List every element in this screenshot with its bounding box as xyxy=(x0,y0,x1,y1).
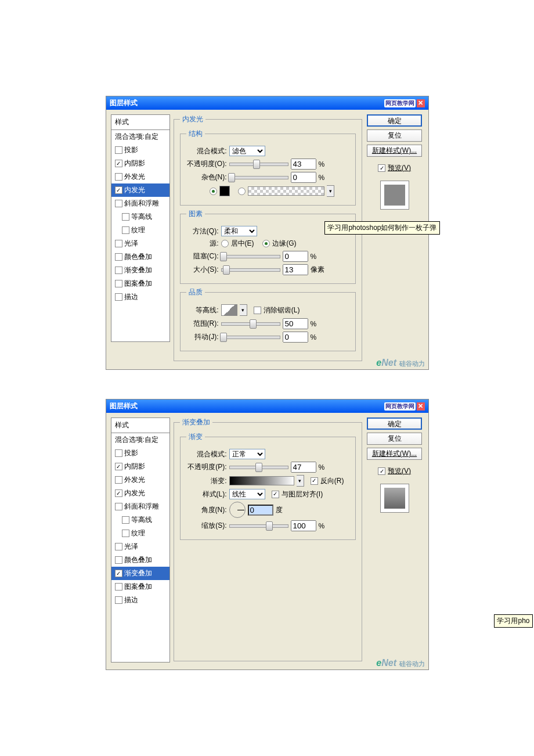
contour-picker[interactable] xyxy=(221,304,237,316)
sidebar-item[interactable]: 渐变叠加 xyxy=(111,264,169,277)
sidebar-header[interactable]: 样式 xyxy=(111,115,169,130)
style-checkbox[interactable] xyxy=(122,516,129,524)
sidebar-item[interactable]: 内发光 xyxy=(111,487,169,500)
blending-options[interactable]: 混合选项:自定 xyxy=(111,130,169,143)
style-checkbox[interactable] xyxy=(115,240,122,247)
sidebar-item[interactable]: 内发光 xyxy=(111,183,169,197)
sidebar-item[interactable]: 颜色叠加 xyxy=(111,250,169,264)
blending-options[interactable]: 混合选项:自定 xyxy=(111,433,169,447)
blend-mode-select[interactable]: 正常 xyxy=(229,449,265,459)
style-checkbox[interactable] xyxy=(122,530,129,537)
style-checkbox[interactable] xyxy=(115,146,122,154)
sidebar-item[interactable]: 纹理 xyxy=(111,224,169,237)
sidebar-item[interactable]: 投影 xyxy=(111,143,169,157)
opacity-input[interactable] xyxy=(291,159,316,170)
noise-slider[interactable] xyxy=(229,176,288,179)
size-slider[interactable] xyxy=(221,268,280,272)
close-icon[interactable]: ✕ xyxy=(417,402,425,411)
range-input[interactable] xyxy=(283,318,308,329)
gradient-picker[interactable] xyxy=(229,476,294,485)
gradient-radio[interactable] xyxy=(238,188,246,195)
opacity-slider[interactable] xyxy=(229,466,288,469)
sidebar-item[interactable]: 投影 xyxy=(111,447,169,460)
align-checkbox[interactable] xyxy=(272,491,279,498)
style-checkbox[interactable] xyxy=(115,596,122,604)
gradient-preview[interactable] xyxy=(248,186,324,196)
sidebar-item[interactable]: 斜面和浮雕 xyxy=(111,500,169,513)
angle-dial[interactable] xyxy=(229,502,246,518)
color-swatch[interactable] xyxy=(219,186,230,196)
sidebar-item[interactable]: 渐变叠加 xyxy=(111,567,169,580)
sidebar-item[interactable]: 图案叠加 xyxy=(111,277,169,290)
chevron-down-icon[interactable]: ▾ xyxy=(297,475,304,487)
sidebar-item[interactable]: 描边 xyxy=(111,290,169,304)
style-checkbox[interactable] xyxy=(115,173,122,181)
range-slider[interactable] xyxy=(221,322,280,326)
titlebar[interactable]: 图层样式 网页教学网 ✕ xyxy=(106,96,428,110)
sidebar-item[interactable]: 图案叠加 xyxy=(111,580,169,593)
style-checkbox[interactable] xyxy=(115,280,122,287)
sidebar-item[interactable]: 内阴影 xyxy=(111,157,169,170)
sidebar-item[interactable]: 等高线 xyxy=(111,513,169,527)
size-input[interactable] xyxy=(283,264,308,275)
scale-slider[interactable] xyxy=(229,524,288,528)
titlebar[interactable]: 图层样式 网页教学网 ✕ xyxy=(106,399,428,413)
style-checkbox[interactable] xyxy=(115,253,122,261)
sidebar-item[interactable]: 描边 xyxy=(111,593,169,607)
style-checkbox[interactable] xyxy=(115,160,122,167)
sidebar-item[interactable]: 外发光 xyxy=(111,473,169,487)
style-checkbox[interactable] xyxy=(115,570,122,577)
sidebar-item[interactable]: 光泽 xyxy=(111,540,169,553)
antialias-checkbox[interactable] xyxy=(254,307,261,314)
style-checkbox[interactable] xyxy=(115,556,122,564)
style-checkbox[interactable] xyxy=(115,463,122,470)
choke-input[interactable] xyxy=(283,251,308,262)
sidebar-header[interactable]: 样式 xyxy=(111,418,169,433)
style-checkbox[interactable] xyxy=(115,489,122,497)
style-checkbox[interactable] xyxy=(115,293,122,301)
method-select[interactable]: 柔和 xyxy=(221,226,257,236)
sidebar-item[interactable]: 光泽 xyxy=(111,237,169,250)
scale-input[interactable] xyxy=(291,520,316,531)
style-checkbox[interactable] xyxy=(115,476,122,484)
source-center-radio[interactable] xyxy=(221,240,229,247)
sidebar-item[interactable]: 外发光 xyxy=(111,170,169,183)
jitter-input[interactable] xyxy=(283,332,308,343)
opacity-input[interactable] xyxy=(291,462,316,473)
preview-checkbox[interactable] xyxy=(378,467,385,475)
style-checkbox[interactable] xyxy=(115,186,122,194)
sidebar-item[interactable]: 斜面和浮雕 xyxy=(111,197,169,210)
opacity-slider[interactable] xyxy=(229,163,288,166)
preview-checkbox[interactable] xyxy=(378,164,385,172)
new-style-button[interactable]: 新建样式(W)... xyxy=(367,448,422,460)
color-radio[interactable] xyxy=(210,188,217,195)
style-checkbox[interactable] xyxy=(115,583,122,591)
style-select[interactable]: 线性 xyxy=(229,489,265,499)
noise-input[interactable] xyxy=(291,172,316,183)
sidebar-item[interactable]: 等高线 xyxy=(111,210,169,224)
reset-button[interactable]: 复位 xyxy=(367,129,422,142)
jitter-slider[interactable] xyxy=(221,336,280,339)
style-checkbox[interactable] xyxy=(115,503,122,510)
sidebar-item[interactable]: 纹理 xyxy=(111,527,169,540)
reverse-checkbox[interactable] xyxy=(311,477,318,485)
ok-button[interactable]: 确定 xyxy=(367,417,422,430)
reset-button[interactable]: 复位 xyxy=(367,433,422,445)
style-checkbox[interactable] xyxy=(122,226,129,234)
style-checkbox[interactable] xyxy=(115,267,122,274)
new-style-button[interactable]: 新建样式(W)... xyxy=(367,145,422,157)
angle-input[interactable] xyxy=(248,505,273,516)
sidebar-item[interactable]: 颜色叠加 xyxy=(111,553,169,567)
chevron-down-icon[interactable]: ▾ xyxy=(240,304,247,316)
sidebar-item[interactable]: 内阴影 xyxy=(111,460,169,473)
close-icon[interactable]: ✕ xyxy=(417,99,425,107)
source-edge-radio[interactable] xyxy=(262,240,270,247)
style-checkbox[interactable] xyxy=(115,449,122,457)
choke-slider[interactable] xyxy=(221,255,280,258)
ok-button[interactable]: 确定 xyxy=(367,114,422,127)
chevron-down-icon[interactable]: ▾ xyxy=(327,185,334,197)
style-checkbox[interactable] xyxy=(122,213,129,221)
style-checkbox[interactable] xyxy=(115,543,122,550)
style-checkbox[interactable] xyxy=(115,200,122,207)
blend-mode-select[interactable]: 滤色 xyxy=(229,146,265,156)
